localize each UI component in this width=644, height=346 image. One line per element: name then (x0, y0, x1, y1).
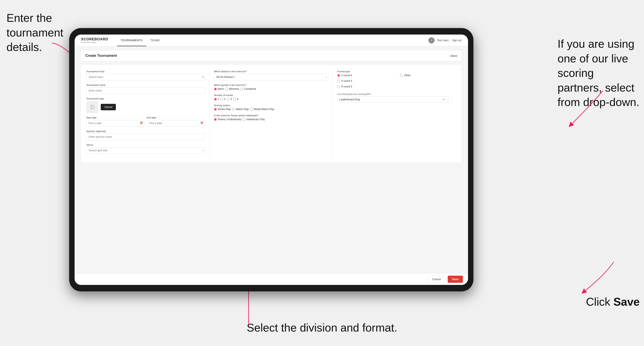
upload-button[interactable]: Upload (101, 104, 116, 110)
tournament-name-input[interactable] (86, 87, 205, 94)
start-date-input[interactable] (86, 120, 144, 127)
start-date-wrapper: 📅 (86, 120, 144, 127)
annotation-bottom-center: Select the division and format. (247, 321, 397, 335)
tablet-screen: SCOREBOARD Powered by clippi TOURNAMENTS… (74, 34, 468, 285)
navbar: SCOREBOARD Powered by clippi TOURNAMENTS… (74, 34, 468, 46)
format-type-label: Format type (337, 70, 452, 73)
start-date-group: Start date 📅 (86, 116, 144, 127)
form-col-2: Which division is the event for? NCAA Di… (210, 70, 333, 157)
division-label: Which division is the event for? (214, 70, 328, 73)
brand-title: SCOREBOARD (81, 37, 108, 41)
navbar-tabs: TOURNAMENTS TEAMS (117, 34, 164, 46)
tablet: SCOREBOARD Powered by clippi TOURNAMENTS… (69, 28, 474, 291)
calendar-icon-2: 📅 (200, 122, 204, 125)
live-scoring-value: Leaderboard King (339, 98, 442, 101)
user-avatar: U (428, 37, 434, 43)
format-other-col: Other (400, 74, 452, 77)
page-title: Create Tournament (86, 54, 117, 58)
scoring-group: Scoring system Stroke Play Match Play (214, 104, 328, 111)
format-other[interactable]: Other (400, 74, 452, 77)
tournament-host-input-wrapper: ▾ (86, 74, 205, 80)
date-group: Start date 📅 End date 📅 (86, 116, 205, 127)
brand-sub: Powered by clippi (81, 41, 108, 43)
tab-teams[interactable]: TEAMS (146, 34, 164, 46)
live-scoring-controls: ✕ ⋮ (442, 98, 450, 101)
live-scoring-section: Use third-party live scoring API? Leader… (337, 93, 452, 102)
sponsor-input[interactable] (86, 134, 205, 140)
tournament-logo-label: Tournament logo (86, 97, 205, 100)
team-option-individuals[interactable]: Individuals Only (243, 118, 265, 121)
sponsor-group: Sponsor (optional) (86, 130, 205, 140)
back-link[interactable]: ‹ Back (449, 54, 457, 57)
team-individual-group: Is this event for Teams and/or Individua… (214, 114, 328, 121)
scoring-medal[interactable]: Medal Match Play (250, 108, 274, 111)
round-2[interactable]: 2 (220, 98, 226, 101)
venue-wrapper: ▾ (86, 147, 205, 154)
tournament-name-group: Tournament name (86, 84, 205, 94)
format-grid: 5 count 4 6 count 4 6 count 5 (337, 74, 452, 89)
gender-combined[interactable]: Combined (240, 87, 256, 90)
cancel-button[interactable]: Cancel (428, 276, 445, 283)
scoring-label: Scoring system (214, 104, 328, 107)
gender-womens[interactable]: Womens (225, 87, 239, 90)
end-date-label: End date (147, 116, 205, 119)
team-option-teams[interactable]: Teams (+Individuals) (214, 118, 242, 121)
gender-radio-group: Mens Womens Combined (214, 87, 328, 90)
scoring-radio-group: Stroke Play Match Play Medal Match Play (214, 108, 328, 111)
gender-label: Which gender is the event for? (214, 84, 328, 86)
navbar-right: U Test User | Sign out (428, 37, 462, 43)
format-6count5[interactable]: 6 count 5 (337, 85, 394, 88)
end-date-input[interactable] (147, 120, 205, 127)
tab-tournaments[interactable]: TOURNAMENTS (117, 34, 146, 46)
search-icon: ▾ (202, 76, 204, 79)
logo-placeholder (86, 101, 98, 113)
format-6count4[interactable]: 6 count 4 (337, 79, 394, 82)
form-container: Tournament Host ▾ Tournament name Tourna… (81, 65, 462, 162)
format-options-col: 5 count 4 6 count 4 6 count 5 (337, 74, 394, 89)
calendar-icon: 📅 (140, 122, 143, 125)
format-5count4[interactable]: 5 count 4 (337, 74, 394, 77)
round-3[interactable]: 3 (227, 98, 232, 101)
gender-group: Which gender is the event for? Mens Wome… (214, 84, 328, 90)
team-radio-group: Teams (+Individuals) Individuals Only (214, 118, 328, 121)
annotation-top-left: Enter the tournament details. (6, 11, 76, 55)
venue-group: Venue ▾ (86, 144, 205, 154)
tournament-logo-group: Tournament logo Upload (86, 97, 205, 113)
venue-label: Venue (86, 144, 205, 146)
start-date-label: Start date (86, 116, 144, 119)
save-button[interactable]: Save (448, 276, 463, 283)
brand: SCOREBOARD Powered by clippi (81, 37, 108, 43)
sign-out-link[interactable]: Sign out (452, 39, 462, 42)
division-wrapper: NCAA Division I ▾ (214, 74, 328, 80)
format-type-group: Format type 5 count 4 6 count 4 (337, 70, 452, 89)
form-col-3: Format type 5 count 4 6 count 4 (333, 70, 456, 157)
form-col-1: Tournament Host ▾ Tournament name Tourna… (86, 70, 210, 157)
team-individual-label: Is this event for Teams and/or Individua… (214, 114, 328, 117)
rounds-radio-group: 1 2 3 4 (214, 98, 328, 101)
scoring-match[interactable]: Match Play (232, 108, 248, 111)
live-scoring-clear-btn[interactable]: ✕ (442, 98, 445, 101)
svg-point-1 (91, 106, 92, 107)
live-scoring-label: Use third-party live scoring API? (337, 93, 452, 95)
round-4[interactable]: 4 (233, 98, 238, 101)
rounds-label: Number of rounds (214, 94, 328, 96)
tournament-host-input[interactable] (86, 74, 205, 80)
scoring-stroke[interactable]: Stroke Play (214, 108, 231, 111)
venue-input[interactable] (86, 147, 205, 154)
live-scoring-input-row: Leaderboard King ✕ ⋮ (337, 97, 452, 102)
page-header: Create Tournament ‹ Back (81, 51, 462, 61)
tournament-host-group: Tournament Host ▾ (86, 70, 205, 80)
annotation-bottom-right: Click Save (586, 295, 640, 309)
end-date-group: End date 📅 (147, 116, 205, 127)
logo-upload-area: Upload (86, 101, 205, 113)
tournament-name-label: Tournament name (86, 84, 205, 86)
gender-mens[interactable]: Mens (214, 87, 224, 90)
live-scoring-expand-btn[interactable]: ⋮ (446, 98, 450, 101)
round-1[interactable]: 1 (214, 98, 219, 101)
rounds-group: Number of rounds 1 2 (214, 94, 328, 101)
sponsor-label: Sponsor (optional) (86, 130, 205, 133)
user-label: Test User | (437, 39, 450, 42)
division-select[interactable]: NCAA Division I (214, 74, 328, 80)
end-date-wrapper: 📅 (147, 120, 205, 127)
division-group: Which division is the event for? NCAA Di… (214, 70, 328, 80)
